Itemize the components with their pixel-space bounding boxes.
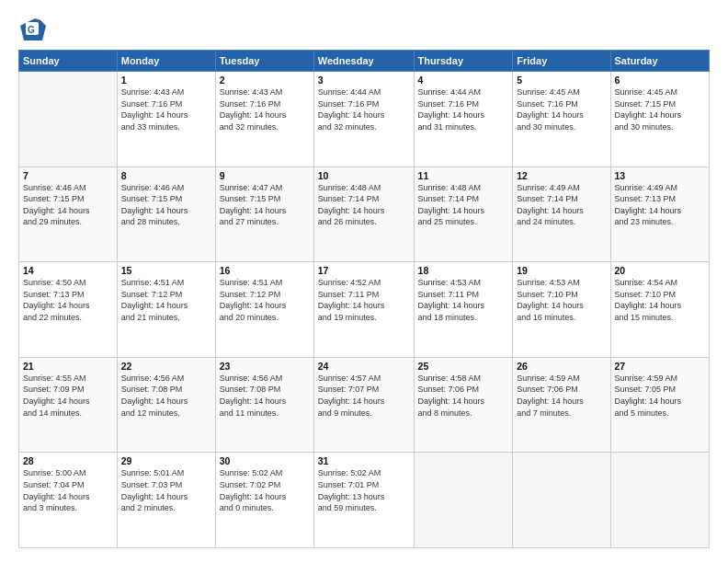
calendar-cell: 26Sunrise: 4:59 AM Sunset: 7:06 PM Dayli… xyxy=(513,357,610,453)
calendar-cell: 30Sunrise: 5:02 AM Sunset: 7:02 PM Dayli… xyxy=(215,453,313,548)
day-info: Sunrise: 4:53 AM Sunset: 7:10 PM Dayligh… xyxy=(517,277,606,323)
weekday-header-tuesday: Tuesday xyxy=(215,51,313,72)
day-number: 3 xyxy=(318,75,410,86)
calendar-table: SundayMondayTuesdayWednesdayThursdayFrid… xyxy=(18,50,710,548)
weekday-header-wednesday: Wednesday xyxy=(313,51,414,72)
day-number: 22 xyxy=(121,361,211,372)
day-number: 30 xyxy=(220,455,310,466)
calendar-cell: 11Sunrise: 4:48 AM Sunset: 7:14 PM Dayli… xyxy=(414,167,513,262)
day-info: Sunrise: 4:44 AM Sunset: 7:16 PM Dayligh… xyxy=(318,86,410,132)
day-number: 12 xyxy=(517,170,606,181)
calendar-cell: 5Sunrise: 4:45 AM Sunset: 7:16 PM Daylig… xyxy=(513,72,610,167)
calendar-cell: 31Sunrise: 5:02 AM Sunset: 7:01 PM Dayli… xyxy=(313,453,414,548)
calendar-cell: 8Sunrise: 4:46 AM Sunset: 7:15 PM Daylig… xyxy=(117,167,215,262)
calendar-cell: 7Sunrise: 4:46 AM Sunset: 7:15 PM Daylig… xyxy=(19,167,118,262)
calendar-cell: 25Sunrise: 4:58 AM Sunset: 7:06 PM Dayli… xyxy=(414,357,513,453)
logo-icon: G xyxy=(18,15,48,44)
day-number: 1 xyxy=(121,75,211,86)
calendar-cell: 10Sunrise: 4:48 AM Sunset: 7:14 PM Dayli… xyxy=(313,167,414,262)
day-info: Sunrise: 4:59 AM Sunset: 7:05 PM Dayligh… xyxy=(615,373,705,419)
calendar-cell: 6Sunrise: 4:45 AM Sunset: 7:15 PM Daylig… xyxy=(610,72,709,167)
weekday-header-monday: Monday xyxy=(117,51,215,72)
day-number: 14 xyxy=(23,265,113,276)
svg-text:G: G xyxy=(28,25,35,35)
day-number: 8 xyxy=(121,170,211,181)
weekday-header-saturday: Saturday xyxy=(610,51,709,72)
day-number: 5 xyxy=(517,75,606,86)
day-info: Sunrise: 5:00 AM Sunset: 7:04 PM Dayligh… xyxy=(23,467,113,513)
day-info: Sunrise: 4:49 AM Sunset: 7:14 PM Dayligh… xyxy=(517,182,606,228)
day-info: Sunrise: 4:57 AM Sunset: 7:07 PM Dayligh… xyxy=(318,373,410,419)
calendar-cell xyxy=(610,453,709,548)
day-info: Sunrise: 4:48 AM Sunset: 7:14 PM Dayligh… xyxy=(318,182,410,228)
calendar-cell: 22Sunrise: 4:56 AM Sunset: 7:08 PM Dayli… xyxy=(117,357,215,453)
calendar-cell: 12Sunrise: 4:49 AM Sunset: 7:14 PM Dayli… xyxy=(513,167,610,262)
calendar-cell: 2Sunrise: 4:43 AM Sunset: 7:16 PM Daylig… xyxy=(215,72,313,167)
calendar-cell: 4Sunrise: 4:44 AM Sunset: 7:16 PM Daylig… xyxy=(414,72,513,167)
day-info: Sunrise: 5:02 AM Sunset: 7:02 PM Dayligh… xyxy=(220,467,310,513)
day-number: 24 xyxy=(318,361,410,372)
calendar-cell: 28Sunrise: 5:00 AM Sunset: 7:04 PM Dayli… xyxy=(19,453,118,548)
calendar-cell: 3Sunrise: 4:44 AM Sunset: 7:16 PM Daylig… xyxy=(313,72,414,167)
calendar-cell: 9Sunrise: 4:47 AM Sunset: 7:15 PM Daylig… xyxy=(215,167,313,262)
calendar-week-5: 28Sunrise: 5:00 AM Sunset: 7:04 PM Dayli… xyxy=(19,453,710,548)
day-info: Sunrise: 4:54 AM Sunset: 7:10 PM Dayligh… xyxy=(615,277,705,323)
day-number: 21 xyxy=(23,361,113,372)
day-info: Sunrise: 4:44 AM Sunset: 7:16 PM Dayligh… xyxy=(418,86,509,132)
calendar-cell: 20Sunrise: 4:54 AM Sunset: 7:10 PM Dayli… xyxy=(610,262,709,358)
day-info: Sunrise: 4:43 AM Sunset: 7:16 PM Dayligh… xyxy=(220,86,310,132)
day-number: 10 xyxy=(318,170,410,181)
day-number: 19 xyxy=(517,265,606,276)
calendar-body: 1Sunrise: 4:43 AM Sunset: 7:16 PM Daylig… xyxy=(19,72,710,548)
page: G SundayMondayTuesdayWednesdayThursdayFr… xyxy=(0,0,728,563)
day-info: Sunrise: 4:59 AM Sunset: 7:06 PM Dayligh… xyxy=(517,373,606,419)
day-number: 9 xyxy=(220,170,310,181)
day-number: 26 xyxy=(517,361,606,372)
calendar-cell: 21Sunrise: 4:55 AM Sunset: 7:09 PM Dayli… xyxy=(19,357,118,453)
day-info: Sunrise: 4:52 AM Sunset: 7:11 PM Dayligh… xyxy=(318,277,410,323)
day-info: Sunrise: 4:55 AM Sunset: 7:09 PM Dayligh… xyxy=(23,373,113,419)
calendar-cell: 17Sunrise: 4:52 AM Sunset: 7:11 PM Dayli… xyxy=(313,262,414,358)
day-info: Sunrise: 4:50 AM Sunset: 7:13 PM Dayligh… xyxy=(23,277,113,323)
calendar-header: SundayMondayTuesdayWednesdayThursdayFrid… xyxy=(19,51,710,72)
day-info: Sunrise: 4:49 AM Sunset: 7:13 PM Dayligh… xyxy=(615,182,705,228)
day-number: 16 xyxy=(220,265,310,276)
calendar-cell: 23Sunrise: 4:56 AM Sunset: 7:08 PM Dayli… xyxy=(215,357,313,453)
day-number: 27 xyxy=(615,361,705,372)
day-info: Sunrise: 4:58 AM Sunset: 7:06 PM Dayligh… xyxy=(418,373,509,419)
header: G xyxy=(18,15,710,44)
day-number: 25 xyxy=(418,361,509,372)
day-number: 31 xyxy=(318,455,410,466)
day-number: 28 xyxy=(23,455,113,466)
calendar-week-3: 14Sunrise: 4:50 AM Sunset: 7:13 PM Dayli… xyxy=(19,262,710,358)
calendar-cell: 1Sunrise: 4:43 AM Sunset: 7:16 PM Daylig… xyxy=(117,72,215,167)
day-number: 6 xyxy=(615,75,705,86)
calendar-cell: 29Sunrise: 5:01 AM Sunset: 7:03 PM Dayli… xyxy=(117,453,215,548)
day-number: 23 xyxy=(220,361,310,372)
day-info: Sunrise: 4:46 AM Sunset: 7:15 PM Dayligh… xyxy=(121,182,211,228)
day-info: Sunrise: 4:56 AM Sunset: 7:08 PM Dayligh… xyxy=(121,373,211,419)
calendar-cell: 15Sunrise: 4:51 AM Sunset: 7:12 PM Dayli… xyxy=(117,262,215,358)
day-number: 7 xyxy=(23,170,113,181)
calendar-cell: 18Sunrise: 4:53 AM Sunset: 7:11 PM Dayli… xyxy=(414,262,513,358)
calendar-cell xyxy=(513,453,610,548)
day-number: 29 xyxy=(121,455,211,466)
day-info: Sunrise: 5:01 AM Sunset: 7:03 PM Dayligh… xyxy=(121,467,211,513)
calendar-cell: 13Sunrise: 4:49 AM Sunset: 7:13 PM Dayli… xyxy=(610,167,709,262)
calendar-cell: 19Sunrise: 4:53 AM Sunset: 7:10 PM Dayli… xyxy=(513,262,610,358)
day-info: Sunrise: 4:47 AM Sunset: 7:15 PM Dayligh… xyxy=(220,182,310,228)
calendar-week-2: 7Sunrise: 4:46 AM Sunset: 7:15 PM Daylig… xyxy=(19,167,710,262)
calendar-cell xyxy=(414,453,513,548)
calendar-cell xyxy=(19,72,118,167)
weekday-header-thursday: Thursday xyxy=(414,51,513,72)
day-info: Sunrise: 5:02 AM Sunset: 7:01 PM Dayligh… xyxy=(318,467,410,513)
calendar-cell: 16Sunrise: 4:51 AM Sunset: 7:12 PM Dayli… xyxy=(215,262,313,358)
calendar-cell: 27Sunrise: 4:59 AM Sunset: 7:05 PM Dayli… xyxy=(610,357,709,453)
logo: G xyxy=(18,15,50,44)
day-info: Sunrise: 4:56 AM Sunset: 7:08 PM Dayligh… xyxy=(220,373,310,419)
day-number: 15 xyxy=(121,265,211,276)
calendar-cell: 24Sunrise: 4:57 AM Sunset: 7:07 PM Dayli… xyxy=(313,357,414,453)
calendar-cell: 14Sunrise: 4:50 AM Sunset: 7:13 PM Dayli… xyxy=(19,262,118,358)
day-number: 17 xyxy=(318,265,410,276)
day-info: Sunrise: 4:51 AM Sunset: 7:12 PM Dayligh… xyxy=(121,277,211,323)
